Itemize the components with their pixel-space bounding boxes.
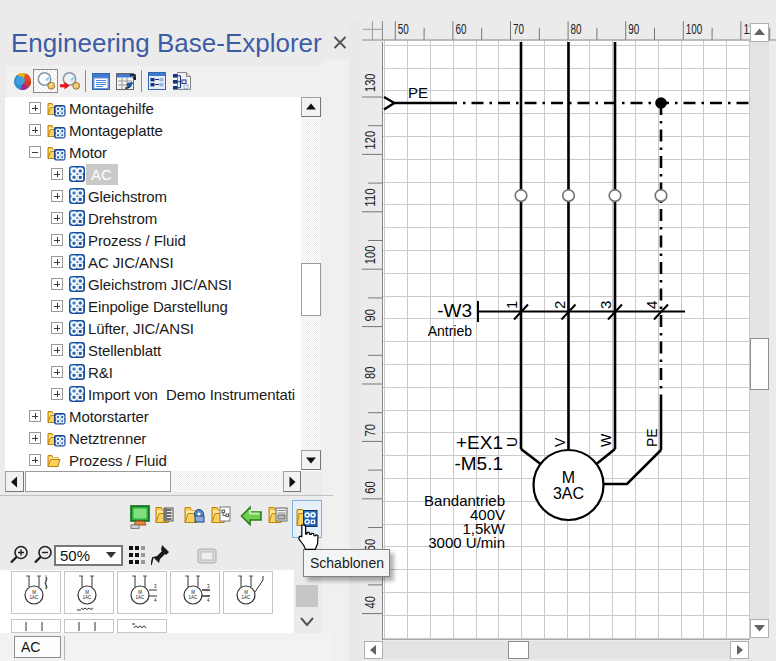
svg-text:M: M [562,469,575,486]
svg-text:-M5.1: -M5.1 [454,453,503,474]
svg-text:PE: PE [644,428,660,447]
svg-text:110: 110 [362,188,378,207]
svg-text:-W3: -W3 [437,300,472,321]
svg-text:1AC: 1AC [30,595,40,600]
svg-text:90: 90 [362,309,378,322]
svg-text:130: 130 [362,73,378,92]
svg-text:90: 90 [628,21,639,37]
svg-text:W: W [598,433,614,447]
svg-text:1: 1 [503,301,520,309]
svg-text:3000 U/min: 3000 U/min [428,534,505,551]
svg-text:120: 120 [362,131,378,150]
svg-text:1AC: 1AC [189,595,199,600]
svg-text:1AC: 1AC [83,595,93,600]
svg-text:PE: PE [408,84,428,101]
svg-text:U: U [504,437,520,447]
svg-text:4: 4 [154,598,157,603]
svg-text:60: 60 [455,21,466,37]
svg-text:Antrieb: Antrieb [428,323,473,339]
svg-text:V: V [552,437,568,447]
svg-text:80: 80 [571,21,582,37]
svg-text:100: 100 [686,21,703,37]
svg-text:100: 100 [362,246,378,265]
svg-text:60: 60 [362,481,378,494]
svg-text:40: 40 [362,596,378,609]
svg-text:+EX1: +EX1 [456,432,503,453]
svg-text:3: 3 [597,301,614,309]
svg-text:50: 50 [398,21,409,37]
svg-text:70: 70 [362,424,378,437]
svg-text:4: 4 [207,598,210,603]
svg-text:1AC: 1AC [242,595,252,600]
svg-text:1AC: 1AC [136,595,146,600]
svg-text:3: 3 [154,584,157,589]
svg-text:4: 4 [643,301,660,309]
svg-text:3AC: 3AC [553,485,584,502]
svg-text:2: 2 [551,301,568,309]
svg-text:70: 70 [513,21,524,37]
svg-text:3: 3 [207,584,210,589]
svg-text:80: 80 [362,366,378,379]
